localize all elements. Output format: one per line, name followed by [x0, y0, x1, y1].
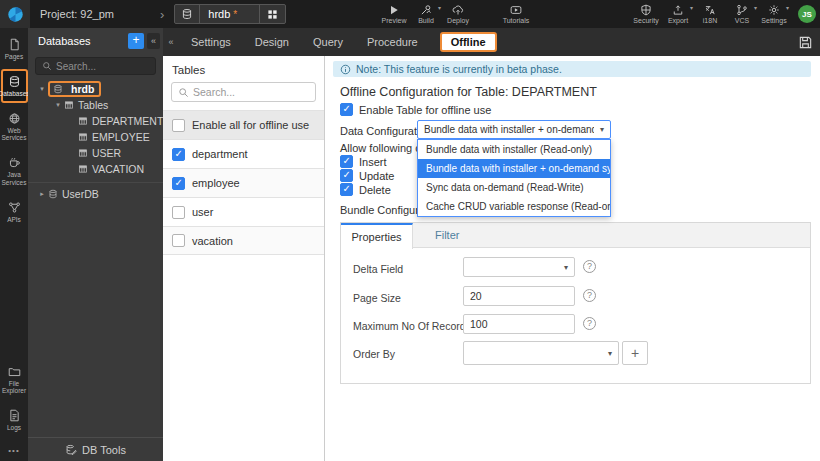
db-tools-button[interactable]: DB Tools — [28, 437, 163, 461]
help-icon[interactable]: ? — [583, 317, 596, 330]
offline-config-content: Note: This feature is currently in beta … — [325, 56, 820, 461]
help-icon[interactable]: ? — [583, 289, 596, 302]
tree-node-table[interactable]: DEPARTMENT — [28, 113, 163, 129]
tab-procedure[interactable]: Procedure — [355, 36, 430, 48]
database-icon — [48, 189, 58, 199]
operation-update[interactable]: Update — [340, 169, 394, 182]
add-database-button[interactable]: + — [128, 33, 144, 49]
tree-expand-icon[interactable]: ▾ — [52, 101, 64, 109]
preview-button[interactable]: Preview — [378, 0, 410, 28]
dropdown-option-selected[interactable]: Bundle data with installer + on-demand s… — [418, 159, 610, 178]
coffee-icon — [8, 156, 21, 169]
save-icon[interactable] — [798, 35, 813, 50]
panel-tab-bar: Properties Filter — [341, 223, 810, 248]
tree-node-table[interactable]: VACATION — [28, 161, 163, 177]
app-logo[interactable] — [0, 0, 30, 28]
checkbox-checked[interactable] — [340, 155, 353, 168]
tree-node-table[interactable]: USER — [28, 145, 163, 161]
table-row-user[interactable]: user — [163, 197, 324, 226]
checkbox-checked[interactable] — [172, 177, 185, 190]
table-icon — [78, 164, 88, 174]
dashboard-grid-icon[interactable] — [259, 5, 285, 23]
tree-collapsed-icon[interactable]: ▸ — [36, 190, 48, 198]
tree-node-userdb[interactable]: ▸ UserDB — [28, 186, 163, 202]
data-configuration-select[interactable]: Bundle data with installer + on-demand s… — [417, 120, 611, 139]
checkbox-unchecked[interactable] — [172, 206, 185, 219]
table-row-employee[interactable]: employee — [163, 168, 324, 197]
run-actions: Preview Build ▾ Deploy — [378, 0, 474, 28]
tab-filter[interactable]: Filter — [413, 223, 481, 247]
checkbox-checked[interactable] — [340, 169, 353, 182]
add-order-by-button[interactable]: + — [622, 341, 648, 365]
tables-search-box — [171, 82, 316, 102]
sidebar-item-pages[interactable]: Pages — [1, 32, 28, 66]
breadcrumb-entity-chip[interactable]: hrdb * — [174, 4, 286, 24]
dropdown-option[interactable]: Bundle data with installer (Read-only) — [418, 140, 610, 159]
database-icon — [175, 5, 200, 23]
tree-node-hrdb[interactable]: ▾ hrdb — [28, 81, 163, 97]
sidebar-item-logs[interactable]: Logs — [1, 403, 28, 437]
database-search-input[interactable] — [56, 61, 146, 72]
tree-expand-icon[interactable]: ▾ — [36, 85, 48, 93]
data-configuration-dropdown: Bundle data with installer (Read-only) B… — [417, 139, 611, 217]
i18n-button[interactable]: i18N — [694, 0, 726, 28]
beta-note-banner: Note: This feature is currently in beta … — [333, 61, 811, 77]
tab-query[interactable]: Query — [301, 36, 355, 48]
dropdown-option[interactable]: Cache CRUD variable response (Read-only) — [418, 197, 610, 216]
folder-icon — [8, 365, 21, 378]
tree-node-table[interactable]: EMPLOYEE — [28, 129, 163, 145]
sidebar-item-web-services[interactable]: Web Services — [1, 106, 28, 148]
delta-field-select[interactable]: ▾ — [463, 257, 575, 277]
deploy-button[interactable]: Deploy — [442, 0, 474, 28]
tutorials-button[interactable]: Tutorials — [500, 0, 532, 28]
entity-tab-bar: « Settings Design Query Procedure Offlin… — [163, 28, 820, 56]
checkbox-checked[interactable] — [340, 103, 353, 116]
checkbox-unchecked[interactable] — [172, 234, 185, 247]
table-row-department[interactable]: department — [163, 139, 324, 168]
page-size-input[interactable] — [463, 286, 575, 306]
dropdown-option[interactable]: Sync data on-demand (Read-Write) — [418, 178, 610, 197]
chevron-down-icon: ▾ — [600, 125, 604, 134]
help-icon[interactable]: ? — [583, 260, 596, 273]
table-icon — [78, 116, 88, 126]
sidebar-item-apis[interactable]: APIs — [1, 195, 28, 229]
user-avatar[interactable]: JS — [798, 5, 816, 23]
order-by-select[interactable]: ▾ — [463, 341, 619, 365]
enable-table-row[interactable]: Enable Table for offline use — [340, 103, 491, 116]
settings-button[interactable]: Settings ▾ — [758, 0, 790, 28]
operation-delete[interactable]: Delete — [340, 183, 391, 196]
sidebar-item-file-explorer[interactable]: File Explorer — [1, 359, 28, 401]
checkbox-checked[interactable] — [340, 183, 353, 196]
tab-offline[interactable]: Offline — [440, 32, 497, 52]
tree-node-tables[interactable]: ▾ Tables — [28, 97, 163, 113]
vcs-button[interactable]: VCS ▾ — [726, 0, 758, 28]
tab-properties[interactable]: Properties — [341, 223, 413, 249]
build-button[interactable]: Build ▾ — [410, 0, 442, 28]
tree-node-label: USER — [92, 147, 121, 159]
operation-insert[interactable]: Insert — [340, 155, 387, 168]
table-row-vacation[interactable]: vacation — [163, 226, 324, 255]
collapse-panel-icon[interactable]: « — [163, 37, 179, 47]
max-records-input[interactable] — [463, 314, 575, 334]
chevron-down-icon: ▾ — [438, 4, 441, 11]
breadcrumb-separator: › — [160, 7, 164, 22]
checkbox-checked[interactable] — [172, 148, 185, 161]
checkbox-unchecked[interactable] — [172, 119, 185, 132]
tree-node-label: VACATION — [92, 163, 144, 175]
left-nav: Pages Databases Web Services Java Servic… — [0, 28, 28, 461]
sidebar-item-databases[interactable]: Databases — [1, 69, 28, 103]
max-records-label: Maximum No Of Records — [353, 320, 471, 332]
more-options-icon[interactable]: ••• — [8, 440, 19, 461]
tab-settings[interactable]: Settings — [179, 36, 243, 48]
table-row-enable-all[interactable]: Enable all for offline use — [163, 110, 324, 139]
collapse-panel-icon[interactable]: « — [147, 33, 160, 49]
tree-node-label: DEPARTMENT — [92, 115, 163, 127]
tables-search-input[interactable] — [193, 86, 303, 98]
security-button[interactable]: Security — [630, 0, 662, 28]
export-button[interactable]: Export ▾ — [662, 0, 694, 28]
tab-design[interactable]: Design — [243, 36, 301, 48]
sidebar-item-java-services[interactable]: Java Services — [1, 150, 28, 192]
tables-panel: Tables Enable all for offline use depart… — [163, 56, 325, 461]
tables-panel-title: Tables — [163, 56, 324, 82]
database-search-box — [35, 57, 156, 75]
